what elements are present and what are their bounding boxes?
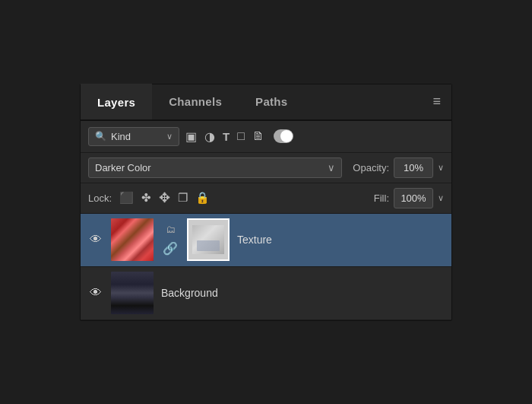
tab-channels[interactable]: Channels bbox=[152, 84, 239, 119]
panel-menu-icon[interactable]: ≡ bbox=[422, 84, 451, 119]
blend-chevron-icon: ∨ bbox=[328, 162, 335, 173]
layer-thumb-image bbox=[111, 218, 154, 261]
layer-mask-image bbox=[192, 225, 224, 254]
smart-object-icon: 🗂 bbox=[163, 224, 178, 239]
type-filter-icon[interactable]: T bbox=[223, 130, 230, 143]
lock-checkerboard-icon[interactable]: ⬛ bbox=[119, 191, 134, 205]
opacity-value[interactable]: 10% bbox=[394, 157, 433, 178]
tabs-spacer bbox=[304, 84, 422, 119]
lock-move-icon[interactable]: ✥ bbox=[159, 189, 170, 206]
opacity-label: Opacity: bbox=[353, 162, 389, 173]
fill-label: Fill: bbox=[374, 192, 389, 204]
smart-filter-icon[interactable]: 🗎 bbox=[252, 129, 264, 143]
layer-mask-thumbnail bbox=[187, 218, 230, 261]
blend-row: Darker Color ∨ Opacity: 10% ∨ bbox=[81, 153, 451, 183]
layer-item[interactable]: 👁 Background bbox=[81, 267, 451, 320]
layer-name: Texture bbox=[237, 234, 272, 246]
shape-filter-icon[interactable]: □ bbox=[237, 129, 245, 143]
lock-artboard-icon[interactable]: ❐ bbox=[178, 191, 188, 205]
layer-thumbnail bbox=[111, 218, 154, 261]
layer-item[interactable]: 👁 🗂 🔗 Texture bbox=[81, 214, 451, 267]
search-icon: 🔍 bbox=[95, 131, 106, 142]
lock-row: Lock: ⬛ ✤ ✥ ❐ 🔒 Fill: 100% ∨ bbox=[81, 183, 451, 214]
kind-label: Kind bbox=[111, 131, 131, 142]
filter-icons: ▣ ◑ T □ 🗎 bbox=[185, 129, 264, 144]
fill-chevron-icon[interactable]: ∨ bbox=[438, 193, 444, 203]
lock-label: Lock: bbox=[88, 192, 112, 204]
layer-thumb-image bbox=[111, 272, 154, 314]
layers-panel: Layers Channels Paths ≡ 🔍 Kind ∨ ▣ ◑ T □… bbox=[80, 84, 452, 321]
opacity-chevron-icon[interactable]: ∨ bbox=[438, 163, 444, 173]
tab-bar: Layers Channels Paths ≡ bbox=[81, 84, 451, 121]
kind-dropdown[interactable]: 🔍 Kind ∨ bbox=[88, 127, 179, 146]
filter-toggle[interactable] bbox=[274, 129, 293, 143]
visibility-icon[interactable]: 👁 bbox=[88, 233, 103, 247]
lock-icons: ⬛ ✤ ✥ ❐ 🔒 bbox=[119, 189, 210, 206]
tab-paths[interactable]: Paths bbox=[239, 84, 304, 119]
layers-list: 👁 🗂 🔗 Texture 👁 Background bbox=[81, 214, 451, 320]
blend-mode-label: Darker Color bbox=[95, 162, 151, 173]
blend-mode-dropdown[interactable]: Darker Color ∨ bbox=[88, 157, 342, 178]
layer-link-column: 🗂 🔗 bbox=[161, 224, 179, 256]
tab-layers[interactable]: Layers bbox=[81, 84, 152, 119]
lock-all-icon[interactable]: 🔒 bbox=[195, 191, 210, 205]
link-chain-icon: 🔗 bbox=[163, 241, 178, 256]
image-filter-icon[interactable]: ▣ bbox=[185, 129, 197, 144]
layer-thumbnail bbox=[111, 272, 154, 314]
fill-value[interactable]: 100% bbox=[394, 188, 433, 208]
kind-chevron-icon: ∨ bbox=[166, 132, 173, 142]
visibility-icon[interactable]: 👁 bbox=[88, 286, 103, 300]
filter-row: 🔍 Kind ∨ ▣ ◑ T □ 🗎 bbox=[81, 121, 451, 153]
layer-name: Background bbox=[161, 287, 218, 299]
lock-paint-icon[interactable]: ✤ bbox=[141, 191, 151, 205]
adjustment-filter-icon[interactable]: ◑ bbox=[204, 129, 215, 144]
fill-section: Fill: 100% ∨ bbox=[374, 188, 444, 208]
